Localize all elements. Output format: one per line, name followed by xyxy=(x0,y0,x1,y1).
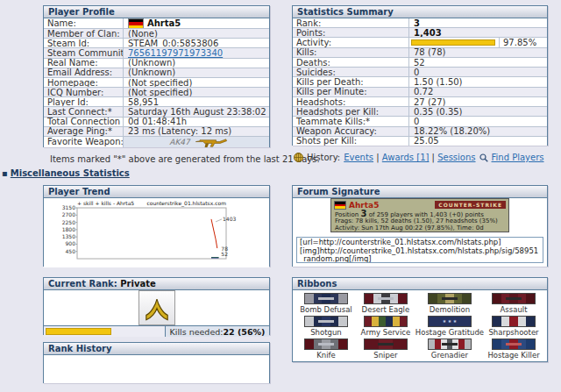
ribbon-item: Hostage Killer xyxy=(484,339,543,360)
row-value: 76561197971973340 xyxy=(123,48,269,57)
row-value: (None) xyxy=(123,29,269,38)
ribbon-image xyxy=(304,293,348,304)
ribbon-item: Demolition xyxy=(415,293,484,314)
row-label: Average Ping:* xyxy=(44,126,123,136)
ribbon-label: Assault xyxy=(501,305,528,314)
chart-watermark: counterstrike_01.hlstatsx.com xyxy=(146,200,226,207)
y-tick-label: 2250 xyxy=(62,219,75,225)
ribbons-title: Ribbons xyxy=(293,278,547,290)
row-label: Rank: xyxy=(293,18,408,27)
rank-history-title: Rank History xyxy=(44,343,269,355)
row-text: (Not specified) xyxy=(128,78,192,87)
row-text: 0 xyxy=(414,117,419,125)
miscellaneous-statistics-link[interactable]: Miscellaneous Statistics xyxy=(11,168,130,178)
row-value: 0 xyxy=(408,117,547,125)
history-links: Events | Awards [1] | Sessions xyxy=(344,153,475,162)
row-label: Steam Community: xyxy=(44,48,123,58)
row-label: Homepage: xyxy=(44,78,123,88)
history-link[interactable]: Sessions xyxy=(437,153,475,162)
bullet-icon: ▪ xyxy=(2,168,8,178)
ribbon-image xyxy=(304,339,348,350)
current-rank-title: Current Rank: Private xyxy=(44,278,269,290)
row-value: Ahrta5 xyxy=(123,18,269,28)
row-text: 52 xyxy=(414,58,425,67)
miscellaneous-statistics: ▪Miscellaneous Statistics xyxy=(2,168,130,178)
history-link[interactable]: Events xyxy=(344,153,373,162)
statistics-summary-table: Rank:3Points:1,403Activity:97.85%Kills:7… xyxy=(293,18,547,146)
player-profile-table: Name:Ahrta5Member of Clan:(None)Steam Id… xyxy=(44,18,269,147)
bbcode-textarea[interactable]: [url=http://counterstrike_01.hlstatsx.co… xyxy=(296,237,543,263)
y-tick-label: 2700 xyxy=(62,211,75,217)
y-tick-label: 1350 xyxy=(62,233,75,239)
row-label: Kills: xyxy=(293,47,408,57)
row-value: STEAM_0:0:5853806 xyxy=(123,39,269,47)
ribbon-item: Shotgun xyxy=(296,316,356,337)
row-label: Email Address: xyxy=(44,68,123,77)
ribbon-stars: ★ ★ ★ xyxy=(443,319,458,324)
ribbon-image xyxy=(428,339,472,350)
statistics-summary-panel: Statistics Summary Rank:3Points:1,403Act… xyxy=(292,5,548,146)
row-value: 0 xyxy=(408,68,547,76)
ribbon-image xyxy=(428,293,472,304)
ribbon-device xyxy=(506,297,522,300)
row-label: Points: xyxy=(293,28,408,38)
stats-row: Kills per Death:1.50 (1.50) xyxy=(293,76,547,86)
history-link[interactable]: Awards [1] xyxy=(382,153,430,162)
stats-row: Rank:3 xyxy=(293,18,547,27)
row-label: Total Connection Time: xyxy=(44,117,123,126)
stats-row: Teammate Kills:*0 xyxy=(293,116,547,125)
row-text: STEAM_0:0:5853806 xyxy=(128,39,218,47)
ribbon-device xyxy=(378,297,394,300)
ak47-icon xyxy=(195,137,228,147)
row-value: 58,951 xyxy=(123,97,269,106)
find-players-link[interactable]: Find Players xyxy=(492,153,544,162)
statistics-summary-title: Statistics Summary xyxy=(293,6,547,18)
ribbon-label: Shotgun xyxy=(310,328,342,337)
ribbon-image xyxy=(492,339,536,350)
stats-row: Kills per Minute:0.72 xyxy=(293,87,547,96)
row-value: 1,403 xyxy=(408,28,547,37)
row-value: 0.35 (0.35) xyxy=(408,107,547,116)
profile-row: Email Address:(Unknown) xyxy=(44,68,269,77)
stats-row: Deaths:52 xyxy=(293,57,547,67)
ribbon-item: Army Service xyxy=(356,316,415,337)
player-profile-panel: Player Profile Name:Ahrta5Member of Clan… xyxy=(43,5,270,147)
player-trend-title: Player Trend xyxy=(44,186,269,198)
profile-row: Favorite Weapon:*AK47 xyxy=(44,136,269,147)
ribbon-device xyxy=(378,343,394,346)
profile-row: Steam Id:STEAM_0:0:5853806 xyxy=(44,38,269,47)
profile-row: Last Connect:*Saturday 16th August 23:38… xyxy=(44,106,269,116)
ribbon-image xyxy=(304,316,348,327)
row-text: 0d 01:48:41h xyxy=(128,118,187,126)
ribbon-item: Sniper xyxy=(356,339,415,360)
stats-row: Headshots:27 (27) xyxy=(293,96,547,106)
ribbon-item: Assault xyxy=(484,293,543,314)
steam-community-link[interactable]: 76561197971973340 xyxy=(128,48,223,57)
row-text: 0.35 (0.35) xyxy=(414,107,463,116)
chart-annotation: 52 xyxy=(221,251,228,257)
row-label: Headshots per Kill: xyxy=(293,107,408,117)
row-text: (Not specified) xyxy=(128,88,192,96)
ribbon-label: Knife xyxy=(316,351,336,360)
ribbon-item: Sharpshooter xyxy=(484,316,543,337)
player-profile-title: Player Profile xyxy=(44,6,269,18)
link-separator: | xyxy=(429,153,437,162)
rank-progress-track xyxy=(44,326,165,337)
row-text: (None) xyxy=(128,29,158,38)
row-text: (Unknown) xyxy=(128,68,175,77)
activity-bar xyxy=(411,39,495,46)
ribbon-label: Demolition xyxy=(430,305,470,314)
row-value: 3 xyxy=(408,18,547,27)
chart-annotation: 1403 xyxy=(223,216,236,222)
ribbon-item: Grenadier xyxy=(415,339,484,360)
row-value: AK47 xyxy=(123,137,269,147)
row-text: (Unknown) xyxy=(128,59,175,68)
rank-history-panel: Rank History xyxy=(43,342,270,383)
rank-name: Private xyxy=(120,279,156,289)
ribbon-image xyxy=(492,316,536,327)
player-trend-chart: + skill + kills - Ahrta5 counterstrike_0… xyxy=(49,199,266,266)
history-label: History: xyxy=(307,153,340,162)
row-value: 52 xyxy=(408,58,547,67)
row-text: 18.22% (18.20%) xyxy=(414,127,490,136)
row-value: (Not specified) xyxy=(123,78,269,87)
